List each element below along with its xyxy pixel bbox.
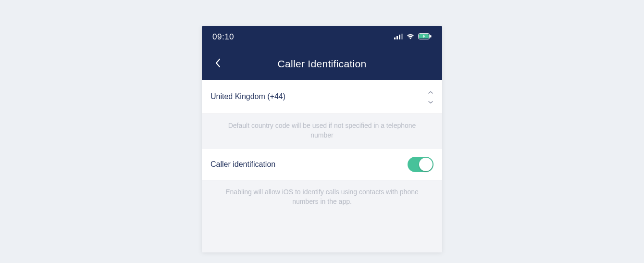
country-helper-text: Default country code will be used if not… — [202, 114, 442, 149]
svg-rect-3 — [401, 34, 403, 39]
svg-rect-1 — [396, 36, 398, 39]
back-button[interactable] — [211, 57, 225, 71]
country-code-label: United Kingdom (+44) — [211, 92, 285, 101]
caller-id-row: Caller identification — [202, 149, 442, 180]
caller-id-label: Caller identification — [211, 160, 275, 169]
svg-rect-2 — [399, 35, 400, 39]
status-bar: 09:10 — [202, 26, 442, 48]
page-title: Caller Identification — [278, 58, 367, 70]
toggle-knob — [419, 158, 433, 171]
country-code-row[interactable]: United Kingdom (+44) — [202, 80, 442, 114]
battery-charging-icon — [418, 33, 432, 41]
cellular-signal-icon — [394, 33, 403, 41]
caller-id-toggle[interactable] — [408, 157, 433, 172]
caller-id-helper-text: Enabling will allow iOS to identify call… — [202, 180, 442, 215]
chevron-down-icon — [428, 97, 433, 106]
wifi-icon — [406, 33, 415, 41]
chevron-up-icon — [428, 88, 433, 96]
svg-rect-6 — [430, 35, 432, 38]
status-icons — [394, 33, 432, 41]
svg-rect-0 — [394, 38, 396, 39]
bottom-padding — [202, 215, 442, 252]
status-time: 09:10 — [212, 32, 234, 42]
country-code-stepper[interactable] — [428, 88, 433, 106]
chevron-left-icon — [215, 58, 221, 70]
nav-bar: Caller Identification — [202, 48, 442, 80]
device-frame: 09:10 — [202, 26, 442, 252]
